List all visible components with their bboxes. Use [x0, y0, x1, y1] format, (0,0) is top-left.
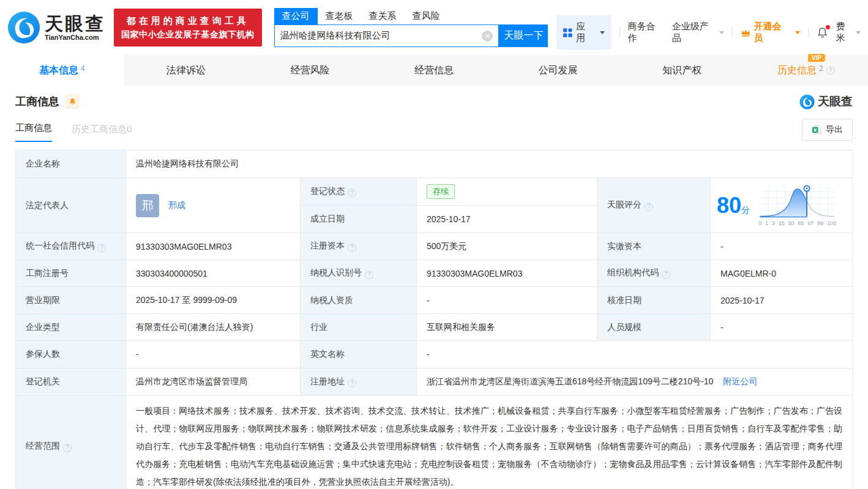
tianyancha-logo-icon [7, 11, 40, 44]
english-name-value: - [417, 341, 853, 368]
main-tab-bar: 基本信息 4 法律诉讼 经营风险 经营信息 公司发展 知识产权 VIP 历史信息… [0, 55, 868, 86]
subtab-business-registration[interactable]: 工商信息 [15, 122, 52, 142]
user-menu[interactable]: 费米 [836, 21, 861, 44]
legal-rep-name-link[interactable]: 邢成 [168, 200, 185, 209]
reg-number-label: 工商注册号 [16, 260, 126, 287]
tab-label: 经营风险 [290, 64, 329, 77]
notification-dot [826, 25, 830, 29]
company-type-value: 有限责任公司(港澳台法人独资) [126, 314, 301, 341]
tab-label: 法律诉讼 [166, 64, 206, 77]
table-row: 营业期限 2025-10-17 至 9999-09-09 纳税人资质 - 核准日… [16, 287, 853, 314]
subtab-history-registration[interactable]: 历史工商信息0 [72, 124, 132, 142]
org-code-value: MAG0ELMR-0 [711, 260, 853, 287]
chevron-down-icon [856, 31, 861, 34]
help-icon[interactable] [97, 244, 106, 252]
help-icon[interactable] [365, 271, 373, 279]
tab-label: 基本信息 [39, 64, 78, 77]
org-code-label-cell: 组织机构代码 [597, 260, 711, 287]
tab-business-info[interactable]: 经营信息 [372, 55, 496, 86]
taxpayer-id-value: 91330303MAG0ELMR03 [417, 260, 597, 287]
apps-grid-icon [563, 28, 572, 37]
logo-title: 天眼查 [45, 14, 105, 34]
clear-search-icon[interactable]: ✕ [482, 31, 493, 42]
help-icon[interactable] [348, 244, 356, 252]
registration-authority-value: 温州市龙湾区市场监督管理局 [126, 368, 301, 396]
tab-company-development[interactable]: 公司发展 [496, 55, 620, 86]
help-icon[interactable] [348, 189, 356, 197]
business-term-value: 2025-10-17 至 9999-09-09 [126, 287, 301, 314]
table-row: 企业类型 有限责任公司(港澳台法人独资) 行业 互联网和相关服务 人员规模 - [16, 314, 853, 341]
staff-size-value: - [711, 314, 853, 341]
tab-intellectual-property[interactable]: 知识产权 [620, 55, 744, 86]
score-label: 天眼评分 [607, 200, 642, 209]
bell-curve-chart [758, 184, 836, 220]
open-vip-button[interactable]: 开通会员 [741, 21, 800, 44]
excel-icon [812, 125, 821, 135]
uscc-label-cell: 统一社会信用代码 [16, 233, 126, 260]
reg-status-label: 登记状态 [310, 186, 345, 196]
tab-legal-proceedings[interactable]: 法律诉讼 [124, 55, 249, 86]
search-button[interactable]: 天眼一下 [499, 24, 548, 47]
tab-history-info[interactable]: VIP 历史信息 2 [744, 55, 868, 86]
apps-menu[interactable]: 应用 [556, 15, 611, 50]
legal-rep-avatar[interactable]: 邢 [136, 194, 159, 217]
slogan-line2: 国家中小企业发展子基金旗下机构 [121, 28, 255, 42]
help-icon[interactable] [662, 271, 670, 279]
nav-enterprise-products[interactable]: 企业级产品 [672, 21, 724, 44]
table-row: 法定代表人 邢 邢成 登记状态 存续 天眼评分 80分 [16, 178, 853, 206]
apps-label: 应用 [576, 21, 594, 44]
search-tab-risk[interactable]: 查风险 [405, 8, 448, 24]
nav-cooperation[interactable]: 商务合作 [628, 21, 664, 44]
help-icon[interactable] [826, 66, 835, 75]
tab-count: 2 [819, 64, 823, 73]
taxpayer-id-label-cell: 纳税人识别号 [301, 260, 417, 287]
status-badge: 存续 [427, 184, 455, 199]
paid-capital-label: 实缴资本 [597, 233, 711, 260]
help-icon[interactable] [348, 379, 356, 387]
tianyancha-logo-icon [799, 94, 815, 110]
tianyancha-logo[interactable]: 天眼查 TianYanCha.com [7, 11, 105, 44]
top-header: 天眼查 TianYanCha.com 都在用的商业查询工具 国家中小企业发展子基… [0, 0, 868, 55]
subscribe-bell-button[interactable] [65, 94, 80, 109]
help-icon[interactable] [645, 203, 653, 211]
search-tab-relation[interactable]: 查关系 [361, 8, 405, 24]
insured-count-label: 参保人数 [16, 341, 126, 368]
section-title: 工商信息 [15, 94, 59, 109]
chart-x-axis-ticks: 013 155085 9799100 [758, 220, 836, 226]
search-input[interactable] [280, 31, 482, 41]
header-nav: 应用 商务合作 企业级产品 开通会员 费米 [556, 15, 861, 50]
bell-icon [69, 98, 77, 106]
search-tabs: 查公司 查老板 查关系 查风险 [274, 8, 548, 24]
approval-date-value: 2025-10-17 [711, 287, 853, 314]
business-scope-label-cell: 经营范围 [16, 396, 126, 489]
score-unit: 分 [741, 205, 750, 215]
score-distribution-chart: 013 155085 9799100 [758, 184, 836, 226]
reg-status-cell: 存续 [417, 178, 597, 206]
tab-basic-info[interactable]: 基本信息 4 [0, 55, 124, 86]
company-type-label: 企业类型 [16, 314, 126, 341]
table-row: 登记机关 温州市龙湾区市场监督管理局 注册地址 浙江省温州市龙湾区星海街道滨海五… [16, 368, 853, 396]
search-tab-boss[interactable]: 查老板 [318, 8, 361, 24]
vip-badge: VIP [808, 54, 825, 62]
nav-enterprise-label: 企业级产品 [672, 21, 717, 44]
nearby-companies-link[interactable]: 附近公司 [723, 376, 757, 386]
english-name-label: 英文名称 [301, 341, 417, 368]
uscc-value: 91330303MAG0ELMR03 [126, 233, 301, 260]
divider [619, 28, 620, 37]
export-button[interactable]: 导出 [802, 119, 853, 141]
company-name-value: 温州哈捷网络科技有限公司 [126, 151, 853, 178]
reg-status-label-cell: 登记状态 [301, 178, 417, 206]
industry-value: 互联网和相关服务 [417, 314, 597, 341]
search-tab-company[interactable]: 查公司 [274, 8, 318, 24]
business-info-table: 企业名称 温州哈捷网络科技有限公司 法定代表人 邢 邢成 登记状态 存续 天眼评… [15, 150, 853, 489]
help-icon[interactable] [63, 444, 72, 452]
taxpayer-qualification-label: 纳税人资质 [301, 287, 417, 314]
tab-business-risk[interactable]: 经营风险 [248, 55, 372, 86]
divider [808, 28, 809, 37]
table-row: 企业名称 温州哈捷网络科技有限公司 [16, 151, 853, 178]
registered-address-value: 浙江省温州市龙湾区星海街道滨海五道618号经开物流园109号二楼210号-10 [427, 376, 713, 386]
notifications-bell[interactable] [817, 27, 828, 39]
taxpayer-qualification-value: - [417, 287, 597, 314]
search-box: ✕ [274, 24, 499, 47]
reg-number-value: 330303400000501 [126, 260, 301, 287]
